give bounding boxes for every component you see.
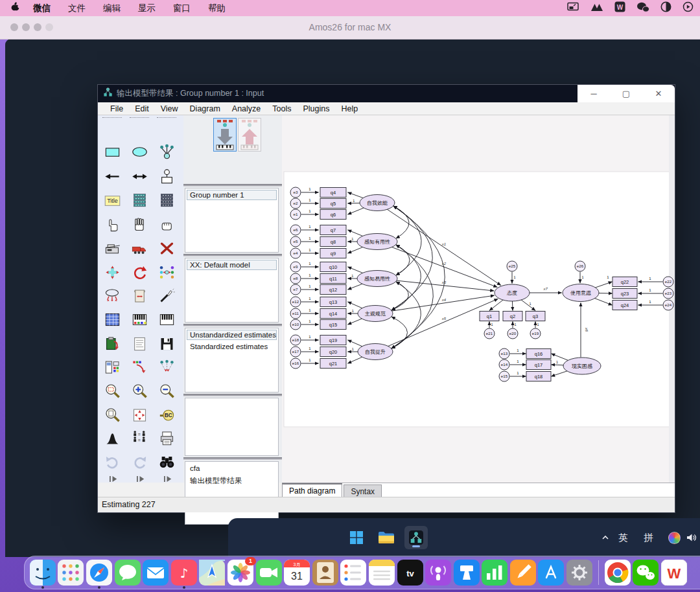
object-properties-button[interactable] xyxy=(100,356,124,377)
menu-file[interactable]: File xyxy=(104,104,129,113)
apple-menu-icon[interactable] xyxy=(10,1,20,15)
ime-color-ball-icon[interactable] xyxy=(668,518,681,557)
dock-item-app-store[interactable] xyxy=(538,560,564,586)
tab-path-diagram[interactable]: Path diagram xyxy=(282,483,342,497)
dock-item-messages[interactable] xyxy=(115,560,141,586)
close-traffic-light[interactable] xyxy=(10,23,18,31)
ime-language-english[interactable]: 英 xyxy=(618,518,628,557)
ime-language-pinyin[interactable]: 拼 xyxy=(644,518,653,557)
tray-chevron-icon[interactable] xyxy=(601,518,610,557)
save-diagram-button[interactable] xyxy=(154,333,179,354)
tab-syntax[interactable]: Syntax xyxy=(344,484,382,497)
menubar-item-help[interactable]: 帮助 xyxy=(208,3,226,14)
groups-list[interactable]: Group number 1 xyxy=(185,188,279,253)
list-dataset-variables-button[interactable] xyxy=(127,190,152,211)
models-list[interactable]: XX: Default model xyxy=(185,258,279,323)
dock-item-keynote[interactable] xyxy=(454,560,480,586)
figure-caption-title-button[interactable]: Title xyxy=(100,190,124,211)
empty-list[interactable] xyxy=(185,398,279,456)
dock-item-reminders[interactable] xyxy=(340,560,366,586)
extra-traffic-light[interactable] xyxy=(45,23,53,31)
maximize-button[interactable]: ▢ xyxy=(616,85,636,102)
dock-item-podcasts[interactable] xyxy=(425,560,451,586)
menu-analyze[interactable]: Analyze xyxy=(226,104,266,113)
calculate-estimates-button[interactable] xyxy=(154,309,179,330)
dock-item-wps[interactable]: W xyxy=(661,560,687,586)
menu-edit[interactable]: Edit xyxy=(129,104,155,113)
file-item-cfa[interactable]: cfa xyxy=(187,463,277,473)
zoom-select-button[interactable] xyxy=(100,380,124,401)
copy-to-clipboard-button[interactable] xyxy=(100,333,124,354)
analysis-properties-button[interactable] xyxy=(127,309,152,330)
group-list-item[interactable]: Group number 1 xyxy=(187,190,277,200)
amos-taskbar-button[interactable] xyxy=(404,526,428,549)
play-circle-icon[interactable] xyxy=(682,1,694,15)
view-output-path-diagram-button[interactable] xyxy=(238,118,261,152)
duplicate-objects-button[interactable] xyxy=(100,238,124,258)
menu-view[interactable]: View xyxy=(155,104,184,113)
view-input-path-diagram-button[interactable] xyxy=(213,118,237,152)
dock-item-facetime[interactable] xyxy=(256,560,282,586)
zoom-in-button[interactable] xyxy=(127,380,152,401)
menubar-app-name[interactable]: 微信 xyxy=(33,3,51,14)
drag-properties-button[interactable] xyxy=(127,356,152,377)
touch-up-button[interactable] xyxy=(154,285,179,306)
menubar-item-view[interactable]: 显示 xyxy=(138,3,156,14)
dock-item-music[interactable]: ♪ xyxy=(171,560,197,586)
zoom-traffic-light[interactable] xyxy=(34,23,41,31)
step-button-3-button[interactable] xyxy=(154,468,179,489)
scroll-diagram-button[interactable] xyxy=(127,285,152,306)
draw-ellipse-button[interactable] xyxy=(127,141,152,162)
bayesian-analysis-button[interactable] xyxy=(100,427,124,448)
menubar-item-window[interactable]: 窗口 xyxy=(173,3,191,14)
dock-item-notes[interactable] xyxy=(369,560,395,586)
draw-latent-variable-button[interactable] xyxy=(154,141,179,162)
print-button[interactable] xyxy=(154,427,179,448)
dock-item-contacts[interactable] xyxy=(312,560,338,586)
volume-icon[interactable] xyxy=(686,518,697,557)
menu-help[interactable]: Help xyxy=(336,104,364,113)
amos-titlebar[interactable]: 输出模型带结果 : Group number 1 : Input ─ ▢ ✕ xyxy=(98,85,675,102)
menubar-item-file[interactable]: 文件 xyxy=(68,3,86,14)
list-model-variables-button[interactable] xyxy=(154,190,179,211)
contrast-icon[interactable] xyxy=(660,1,671,15)
dock-item-calendar[interactable]: 3月31 xyxy=(284,560,310,586)
draw-rectangle-button[interactable] xyxy=(100,141,124,162)
dock-item-finder[interactable] xyxy=(30,560,56,586)
estimates-item-standardized[interactable]: Standardized estimates xyxy=(187,341,277,352)
menubar-item-edit[interactable]: 编辑 xyxy=(103,3,121,14)
file-explorer-button[interactable] xyxy=(375,526,398,549)
dock-item-wechat[interactable] xyxy=(633,560,659,586)
estimates-item-unstandardized[interactable]: Unstandardized estimates xyxy=(187,330,277,340)
menu-tools[interactable]: Tools xyxy=(266,104,297,113)
rotate-indicators-button[interactable] xyxy=(127,262,152,282)
select-all-objects-button[interactable] xyxy=(127,214,152,234)
zoom-whole-page-button[interactable] xyxy=(100,404,124,425)
amos-window[interactable]: 输出模型带结果 : Group number 1 : Input ─ ▢ ✕ F… xyxy=(97,84,675,513)
erase-objects-button[interactable] xyxy=(154,238,179,258)
step-button-2-button[interactable] xyxy=(127,468,152,489)
dock-item-mail[interactable] xyxy=(143,560,169,586)
file-item-output-model[interactable]: 输出模型带结果 xyxy=(187,475,277,487)
close-button[interactable]: ✕ xyxy=(649,85,668,102)
wechat-icon[interactable] xyxy=(636,2,649,15)
dock-item-launchpad[interactable] xyxy=(58,560,84,586)
zoom-out-button[interactable] xyxy=(154,380,179,401)
dock-item-safari[interactable] xyxy=(86,560,112,586)
path-diagram-canvas[interactable]: q4e31q5e211q6e11自我效能q7e61q8e511q9e41感知有用… xyxy=(282,115,675,483)
move-objects-button[interactable] xyxy=(127,238,152,258)
move-parameter-values-button[interactable] xyxy=(100,262,124,282)
reflect-indicators-button[interactable] xyxy=(154,262,179,282)
step-button-1-button[interactable] xyxy=(100,468,124,489)
model-list-item[interactable]: XX: Default model xyxy=(187,260,277,270)
windows-start-button[interactable] xyxy=(345,526,368,549)
dock-item-photos[interactable]: 1 xyxy=(228,560,253,586)
add-error-variable-button[interactable] xyxy=(154,166,179,187)
minimize-traffic-light[interactable] xyxy=(22,23,30,31)
loupe-magnifier-button[interactable]: BC xyxy=(154,404,179,425)
preserve-symmetries-button[interactable] xyxy=(154,356,179,377)
view-text-output-button[interactable] xyxy=(127,333,152,354)
files-list[interactable]: cfa 输出模型带结果 xyxy=(185,461,279,525)
dock-item-numbers[interactable] xyxy=(482,560,508,586)
dock-item-pages[interactable] xyxy=(510,560,536,586)
